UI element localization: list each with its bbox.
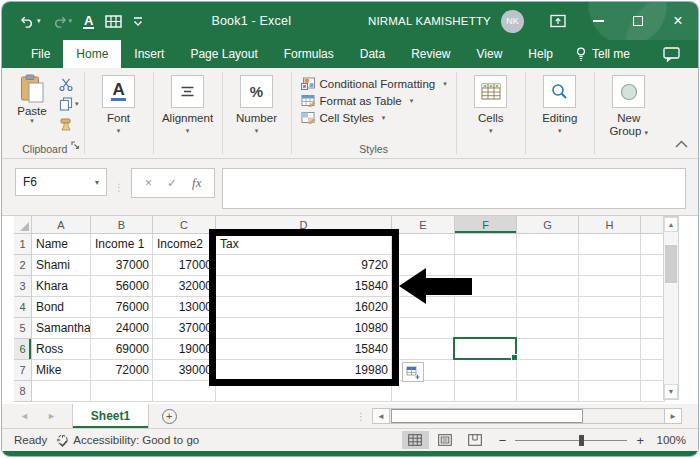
column-header-a[interactable]: A — [32, 216, 91, 234]
cell-partial-6[interactable] — [641, 339, 665, 360]
cell-c5[interactable]: 37000 — [153, 318, 216, 339]
cell-a6[interactable]: Ross — [32, 339, 91, 360]
cell-partial-4[interactable] — [641, 297, 665, 318]
alignment-dropdown-button[interactable]: Alignment ▾ — [159, 72, 217, 135]
row-header-5[interactable]: 5 — [14, 318, 32, 339]
cell-b8[interactable] — [91, 381, 153, 402]
clipboard-dialog-launcher[interactable] — [71, 136, 80, 154]
cell-c3[interactable]: 32000 — [153, 276, 216, 297]
horizontal-scrollbar-thumb[interactable] — [391, 409, 583, 423]
cell-a7[interactable]: Mike — [32, 360, 91, 381]
number-dropdown-button[interactable]: % Number ▾ — [228, 72, 286, 135]
row-header-4[interactable]: 4 — [14, 297, 32, 318]
cell-c8[interactable] — [153, 381, 216, 402]
new-group-dropdown-button[interactable]: New Group ▾ — [600, 72, 658, 139]
column-header-c[interactable]: C — [153, 216, 216, 234]
normal-view-button[interactable] — [402, 431, 429, 449]
cell-a8[interactable] — [32, 381, 91, 402]
tab-page-layout[interactable]: Page Layout — [177, 40, 270, 68]
cell-b4[interactable]: 76000 — [91, 297, 153, 318]
cell-g7[interactable] — [517, 360, 579, 381]
tab-scrollbar-splitter[interactable]: ⋮ — [356, 411, 372, 422]
vertical-scrollbar-thumb[interactable] — [665, 245, 677, 283]
previous-sheet-icon[interactable]: ◄ — [20, 411, 29, 421]
zoom-out-button[interactable]: − — [499, 433, 507, 448]
cell-c4[interactable]: 13000 — [153, 297, 216, 318]
cell-partial-2[interactable] — [641, 255, 665, 276]
column-header-g[interactable]: G — [517, 216, 579, 234]
column-header-e[interactable]: E — [392, 216, 455, 234]
tab-data[interactable]: Data — [347, 40, 398, 68]
cell-b3[interactable]: 56000 — [91, 276, 153, 297]
cells-dropdown-button[interactable]: Cells ▾ — [462, 72, 520, 135]
column-header-h[interactable]: H — [579, 216, 641, 234]
copy-button[interactable]: ▾ — [59, 97, 79, 111]
cell-a2[interactable]: Shami — [32, 255, 91, 276]
close-button[interactable]: × — [658, 2, 698, 40]
accessibility-checker-button[interactable]: Accessibility: Good to go — [56, 434, 199, 447]
cell-c7[interactable]: 39000 — [153, 360, 216, 381]
scroll-left-icon[interactable]: ◄ — [373, 409, 390, 423]
cell-g1[interactable] — [517, 234, 579, 255]
avatar[interactable]: NK — [501, 10, 524, 33]
cell-g5[interactable] — [517, 318, 579, 339]
collapse-ribbon-button[interactable] — [675, 134, 688, 152]
horizontal-scrollbar[interactable]: ◄ ► — [372, 408, 682, 424]
cell-b6[interactable]: 69000 — [91, 339, 153, 360]
tab-view[interactable]: View — [464, 40, 516, 68]
cell-b1[interactable]: Income 1 — [91, 234, 153, 255]
cell-e1[interactable] — [392, 234, 455, 255]
zoom-slider-thumb[interactable] — [579, 435, 584, 446]
row-header-8[interactable]: 8 — [14, 381, 32, 402]
scroll-right-icon[interactable]: ► — [664, 409, 681, 423]
tab-insert[interactable]: Insert — [121, 40, 177, 68]
new-sheet-button[interactable]: + — [149, 404, 189, 428]
page-layout-view-button[interactable] — [432, 431, 459, 449]
row-header-3[interactable]: 3 — [14, 276, 32, 297]
cell-partial-8[interactable] — [641, 381, 665, 402]
cell-a1[interactable]: Name — [32, 234, 91, 255]
paste-button[interactable]: Paste ▾ — [11, 72, 53, 131]
tab-home[interactable]: Home — [63, 40, 121, 68]
cell-partial-1[interactable] — [641, 234, 665, 255]
scroll-up-icon[interactable]: ▲ — [664, 217, 678, 232]
cell-b2[interactable]: 37000 — [91, 255, 153, 276]
insert-function-button[interactable]: fx — [192, 175, 201, 191]
cell-g3[interactable] — [517, 276, 579, 297]
cell-e5[interactable] — [392, 318, 455, 339]
cell-c6[interactable]: 19000 — [153, 339, 216, 360]
name-box[interactable]: F6 ▾ — [15, 168, 107, 196]
column-header-f[interactable]: F — [455, 216, 517, 234]
row-header-1[interactable]: 1 — [14, 234, 32, 255]
zoom-level[interactable]: 100% — [654, 434, 686, 446]
column-header-partial[interactable] — [641, 216, 665, 234]
tell-me-button[interactable]: Tell me — [566, 40, 640, 68]
cell-h3[interactable] — [579, 276, 641, 297]
cell-e8[interactable] — [392, 381, 455, 402]
cell-a4[interactable]: Bond — [32, 297, 91, 318]
cell-f7[interactable] — [455, 360, 517, 381]
customize-qat-button[interactable] — [133, 16, 143, 27]
conditional-formatting-button[interactable]: Conditional Formatting ▾ — [301, 77, 447, 90]
cell-g2[interactable] — [517, 255, 579, 276]
cell-c2[interactable]: 17000 — [153, 255, 216, 276]
tab-formulas[interactable]: Formulas — [271, 40, 347, 68]
cell-h5[interactable] — [579, 318, 641, 339]
ribbon-display-options-button[interactable] — [538, 2, 578, 40]
row-header-6[interactable]: 6 — [14, 339, 32, 360]
cell-partial-3[interactable] — [641, 276, 665, 297]
undo-button[interactable]: ▾ — [20, 15, 41, 28]
tab-review[interactable]: Review — [398, 40, 463, 68]
tab-help[interactable]: Help — [515, 40, 566, 68]
cell-e6[interactable] — [392, 339, 455, 360]
cell-h2[interactable] — [579, 255, 641, 276]
cell-f5[interactable] — [455, 318, 517, 339]
sheet-tab-sheet1[interactable]: Sheet1 — [72, 404, 149, 428]
cell-h1[interactable] — [579, 234, 641, 255]
formula-input[interactable] — [222, 168, 686, 209]
cell-c1[interactable]: Income2 — [153, 234, 216, 255]
cut-button[interactable] — [59, 77, 79, 91]
underline-button[interactable]: A — [83, 14, 94, 29]
maximize-button[interactable] — [618, 2, 658, 40]
cell-h8[interactable] — [579, 381, 641, 402]
